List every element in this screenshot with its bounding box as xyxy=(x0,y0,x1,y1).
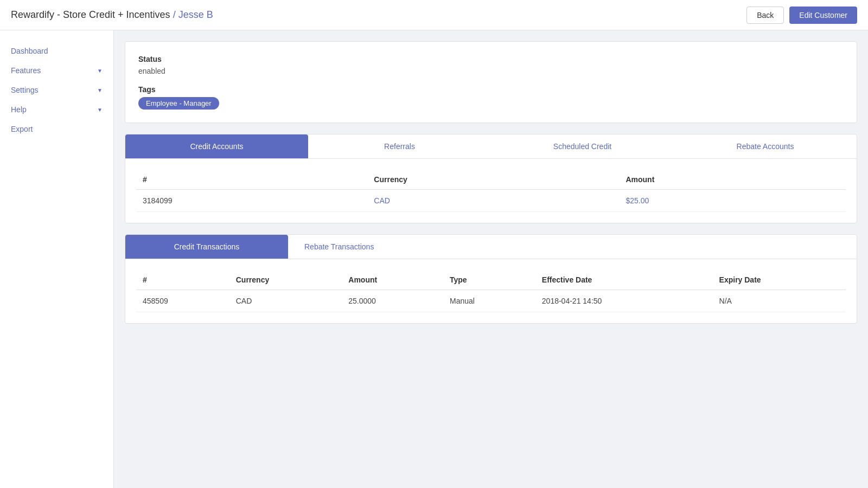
sidebar-item-features[interactable]: Features ▼ xyxy=(0,61,113,80)
tag-badge: Employee - Manager xyxy=(138,97,219,110)
sidebar-item-help[interactable]: Help ▼ xyxy=(0,100,113,119)
layout: Dashboard Features ▼ Settings ▼ Help ▼ E… xyxy=(0,30,868,488)
tab-credit-transactions[interactable]: Credit Transactions xyxy=(125,235,288,259)
customer-info-card: Status enabled Tags Employee - Manager xyxy=(125,41,857,123)
sidebar-item-label: Settings xyxy=(11,86,39,94)
app-title: Rewardify - Store Credit + Incentives xyxy=(11,9,170,20)
col-header-amount: Amount xyxy=(619,170,846,190)
status-value: enabled xyxy=(138,67,844,75)
tab-scheduled-credit[interactable]: Scheduled Credit xyxy=(491,134,674,158)
tags-label: Tags xyxy=(138,85,844,94)
cell-id: 3184099 xyxy=(136,190,367,212)
header-actions: Back Edit Customer xyxy=(746,7,857,24)
table-row: 458509 CAD 25.0000 Manual 2018-04-21 14:… xyxy=(136,290,846,312)
sidebar-item-label: Export xyxy=(11,125,33,133)
transactions-tabs-nav: Credit Transactions Rebate Transactions xyxy=(125,235,857,259)
cell-effective-date: 2018-04-21 14:50 xyxy=(535,290,713,312)
tab-referrals[interactable]: Referrals xyxy=(308,134,491,158)
chevron-down-icon: ▼ xyxy=(97,68,103,74)
page-title: Rewardify - Store Credit + Incentives / … xyxy=(11,9,213,21)
customer-name: Jesse B xyxy=(178,9,213,20)
cell-expiry-date: N/A xyxy=(713,290,846,312)
sidebar: Dashboard Features ▼ Settings ▼ Help ▼ E… xyxy=(0,30,114,488)
col-header-expiry-date: Expiry Date xyxy=(713,270,846,290)
edit-customer-button[interactable]: Edit Customer xyxy=(789,7,857,24)
col-header-type: Type xyxy=(443,270,535,290)
status-label: Status xyxy=(138,55,844,63)
cell-amount: 25.0000 xyxy=(342,290,443,312)
table-row: 3184099 CAD $25.00 xyxy=(136,190,846,212)
cell-currency[interactable]: CAD xyxy=(367,190,619,212)
back-button[interactable]: Back xyxy=(746,7,784,24)
sidebar-item-label: Features xyxy=(11,66,41,75)
tab-rebate-accounts[interactable]: Rebate Accounts xyxy=(674,134,857,158)
sidebar-item-settings[interactable]: Settings ▼ xyxy=(0,80,113,100)
separator: / xyxy=(170,9,178,20)
cell-amount: $25.00 xyxy=(619,190,846,212)
col-header-amount: Amount xyxy=(342,270,443,290)
col-header-id: # xyxy=(136,170,367,190)
chevron-down-icon: ▼ xyxy=(97,87,103,93)
cell-type: Manual xyxy=(443,290,535,312)
credit-accounts-tab-content: # Currency Amount 3184099 CAD $25.00 xyxy=(125,159,857,223)
tab-rebate-transactions[interactable]: Rebate Transactions xyxy=(288,235,390,259)
transactions-card: Credit Transactions Rebate Transactions … xyxy=(125,234,857,324)
sidebar-item-export[interactable]: Export xyxy=(0,119,113,139)
transactions-table: # Currency Amount Type Effective Date Ex… xyxy=(136,270,846,312)
sidebar-item-label: Dashboard xyxy=(11,47,48,55)
col-header-id: # xyxy=(136,270,229,290)
col-header-currency: Currency xyxy=(367,170,619,190)
chevron-down-icon: ▼ xyxy=(97,107,103,113)
credit-accounts-tabs-nav: Credit Accounts Referrals Scheduled Cred… xyxy=(125,134,857,159)
tags-container: Employee - Manager xyxy=(138,97,844,110)
cell-id: 458509 xyxy=(136,290,229,312)
cell-currency: CAD xyxy=(229,290,342,312)
sidebar-item-label: Help xyxy=(11,105,27,114)
col-header-effective-date: Effective Date xyxy=(535,270,713,290)
sidebar-item-dashboard[interactable]: Dashboard xyxy=(0,41,113,61)
tab-credit-accounts[interactable]: Credit Accounts xyxy=(125,134,308,158)
top-header: Rewardify - Store Credit + Incentives / … xyxy=(0,0,868,30)
col-header-currency: Currency xyxy=(229,270,342,290)
transactions-tab-content: # Currency Amount Type Effective Date Ex… xyxy=(125,259,857,323)
credit-accounts-card: Credit Accounts Referrals Scheduled Cred… xyxy=(125,134,857,223)
main-content: Status enabled Tags Employee - Manager C… xyxy=(114,30,868,488)
credit-accounts-table: # Currency Amount 3184099 CAD $25.00 xyxy=(136,170,846,212)
